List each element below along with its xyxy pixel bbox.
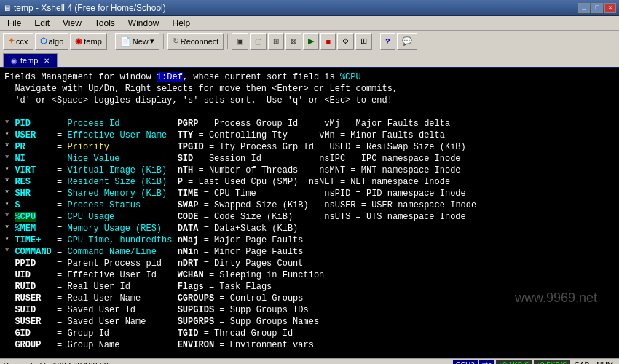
reconnect-label: Reconnect <box>181 37 219 46</box>
title-text: temp - Xshell 4 (Free for Home/School) <box>14 3 166 13</box>
toolbar-extra-5[interactable]: ▶ <box>303 33 319 50</box>
tab-close-icon[interactable]: ✕ <box>44 57 50 65</box>
title-bar: 🖥 temp - Xshell 4 (Free for Home/School)… <box>0 0 619 16</box>
table-row: PPID = Parent Process pid nDRT = Dirty P… <box>4 258 615 269</box>
maximize-button[interactable]: □ <box>591 3 603 13</box>
table-row: UID = Effective User Id WCHAN = Sleeping… <box>4 269 615 281</box>
toolbar-extra-7[interactable]: ⚙ <box>337 33 354 50</box>
speed-down: ↓ 0.1KB/S <box>496 360 532 365</box>
num-indicator: NUM <box>594 361 616 364</box>
menu-tools[interactable]: Tools <box>89 17 121 30</box>
table-row: RUSER = Real User Name CGROUPS = Control… <box>4 293 615 304</box>
reconnect-icon: ↻ <box>173 36 179 46</box>
toolbar-sep-3 <box>227 34 228 49</box>
toolbar-temp[interactable]: ◉ temp <box>70 33 106 50</box>
table-row: * PR = Priority TPGID = Tty Process Grp … <box>4 141 615 153</box>
status-connection: Connected to 192.168.188.22. <box>3 361 111 365</box>
toolbar-bubble[interactable]: 💬 <box>397 33 417 50</box>
toolbar-help[interactable]: ? <box>380 33 395 50</box>
table-row: * PID = Process Id PGRP = Process Group … <box>4 118 615 130</box>
tab-icon: ◉ <box>11 57 17 65</box>
minimize-button[interactable]: _ <box>578 3 590 13</box>
temp-label: temp <box>84 37 101 46</box>
table-row: GID = Group Id TGID = Thread Group Id <box>4 328 615 339</box>
menu-bar: File Edit View Tools Window Help <box>0 16 619 31</box>
window-controls: _ □ ✕ <box>578 3 616 13</box>
ccx-label: ccx <box>16 37 28 46</box>
terminal-blank <box>4 106 615 118</box>
tab-bar: ◉ temp ✕ <box>0 52 619 68</box>
table-row: * TIME+ = CPU Time, hundredths nMaj = Ma… <box>4 234 615 246</box>
menu-file[interactable]: File <box>1 17 27 30</box>
table-row: RUID = Real User Id Flags = Task Flags <box>4 281 615 293</box>
toolbar-extra-2[interactable]: ▢ <box>250 33 267 50</box>
new-label: New <box>133 37 149 46</box>
table-row: * S = Process Status SWAP = Swapped Size… <box>4 199 615 211</box>
toolbar-extra-4[interactable]: ⊠ <box>285 33 301 50</box>
table-row: * COMMAND = Command Name/Line nMin = Min… <box>4 246 615 258</box>
terminal-badge: xte <box>479 360 494 365</box>
menu-window[interactable]: Window <box>122 17 165 30</box>
terminal-header1: Fields Management for window 1:Def, whos… <box>4 71 615 83</box>
terminal-header2: Navigate with Up/Dn, Right selects for m… <box>4 83 615 95</box>
table-row: * RES = Resident Size (KiB) P = Last Use… <box>4 176 615 188</box>
ssh-badge: SSH2 <box>453 360 478 365</box>
table-row: SUSER = Saved User Name SUPGRPS = Supp G… <box>4 316 615 328</box>
algo-label: algo <box>49 37 64 46</box>
table-row: * %CPU = CPU Usage CODE = Code Size (KiB… <box>4 211 615 223</box>
toolbar-sep-1 <box>111 34 111 49</box>
close-button[interactable]: ✕ <box>604 3 616 13</box>
table-row: * VIRT = Virtual Image (KiB) nTH = Numbe… <box>4 165 615 176</box>
toolbar-extra-3[interactable]: ⊞ <box>268 33 284 50</box>
terminal-header3: 'd' or <Space> toggles display, 's' sets… <box>4 95 615 106</box>
status-bar: Connected to 192.168.188.22. SSH2 xte ↓ … <box>0 358 619 364</box>
toolbar-algo[interactable]: ⬡ algo <box>35 33 69 50</box>
toolbar-extra-1[interactable]: ▣ <box>232 33 248 50</box>
menu-edit[interactable]: Edit <box>28 17 55 30</box>
terminal[interactable]: Fields Management for window 1:Def, whos… <box>0 68 619 358</box>
speed-up: ↑ 0.5KB/S <box>534 360 570 365</box>
new-icon: 📄 <box>120 36 131 47</box>
table-row: SUID = Saved User Id SUPGIDS = Supp Grou… <box>4 304 615 316</box>
toolbar-reconnect[interactable]: ↻ Reconnect <box>167 33 224 50</box>
cap-indicator: CAP <box>572 361 593 364</box>
menu-view[interactable]: View <box>57 17 87 30</box>
toolbar-extra-8[interactable]: ⊞ <box>355 33 372 50</box>
toolbar-ccx[interactable]: ✦ ccx <box>3 33 33 50</box>
toolbar-sep-4 <box>376 34 376 49</box>
toolbar-extra-6[interactable]: ■ <box>320 33 336 50</box>
new-dropdown-icon: ▾ <box>150 36 154 46</box>
temp-icon: ◉ <box>75 36 82 46</box>
app-icon: 🖥 <box>3 4 11 12</box>
algo-icon: ⬡ <box>40 36 47 46</box>
toolbar-new[interactable]: 📄 New ▾ <box>115 33 159 50</box>
title-bar-left: 🖥 temp - Xshell 4 (Free for Home/School) <box>3 3 166 13</box>
table-row: * USER = Effective User Name TTY = Contr… <box>4 130 615 141</box>
ccx-icon: ✦ <box>8 36 15 46</box>
status-right: SSH2 xte ↓ 0.1KB/S ↑ 0.5KB/S CAP NUM <box>453 360 616 365</box>
table-row: GROUP = Group Name ENVIRON = Environment… <box>4 339 615 351</box>
table-row: * %MEM = Memory Usage (RES) DATA = Data+… <box>4 223 615 234</box>
menu-help[interactable]: Help <box>167 17 197 30</box>
table-row: * SHR = Shared Memory (KiB) TIME = CPU T… <box>4 188 615 199</box>
toolbar-sep-2 <box>163 34 164 49</box>
tab-label: temp <box>20 56 38 65</box>
toolbar: ✦ ccx ⬡ algo ◉ temp 📄 New ▾ ↻ Reconnect … <box>0 31 619 52</box>
tab-temp[interactable]: ◉ temp ✕ <box>3 53 58 67</box>
table-row: * NI = Nice Value SID = Session Id nsIPC… <box>4 153 615 165</box>
